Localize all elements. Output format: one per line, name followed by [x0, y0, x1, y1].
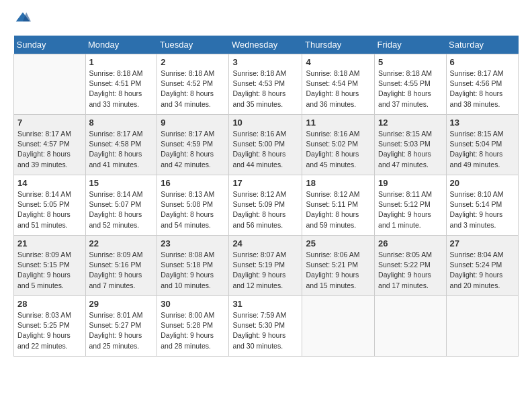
day-number: 1 — [89, 57, 154, 67]
day-info: Sunrise: 8:01 AMSunset: 5:27 PMDaylight:… — [89, 310, 154, 351]
day-number: 29 — [89, 299, 154, 309]
calendar-cell: 7Sunrise: 8:17 AMSunset: 4:57 PMDaylight… — [14, 115, 86, 175]
day-number: 6 — [450, 57, 515, 67]
calendar-cell: 17Sunrise: 8:12 AMSunset: 5:09 PMDayligh… — [229, 175, 302, 236]
weekday-header-tuesday: Tuesday — [157, 36, 229, 54]
day-info: Sunrise: 8:09 AMSunset: 5:15 PMDaylight:… — [17, 250, 82, 291]
day-info: Sunrise: 8:18 AMSunset: 4:51 PMDaylight:… — [89, 68, 154, 109]
day-info: Sunrise: 8:17 AMSunset: 4:56 PMDaylight:… — [450, 68, 515, 109]
day-number: 24 — [232, 238, 298, 248]
calendar-week-row: 7Sunrise: 8:17 AMSunset: 4:57 PMDaylight… — [14, 115, 519, 175]
calendar-week-row: 14Sunrise: 8:14 AMSunset: 5:05 PMDayligh… — [14, 175, 519, 236]
calendar-cell: 6Sunrise: 8:17 AMSunset: 4:56 PMDaylight… — [446, 54, 518, 115]
day-number: 18 — [306, 178, 371, 188]
day-info: Sunrise: 8:13 AMSunset: 5:08 PMDaylight:… — [161, 189, 225, 230]
day-info: Sunrise: 8:15 AMSunset: 5:03 PMDaylight:… — [378, 129, 443, 170]
day-info: Sunrise: 8:04 AMSunset: 5:24 PMDaylight:… — [450, 250, 515, 291]
day-number: 10 — [232, 118, 298, 128]
weekday-header-sunday: Sunday — [14, 36, 86, 54]
day-number: 22 — [89, 238, 154, 248]
day-info: Sunrise: 8:11 AMSunset: 5:12 PMDaylight:… — [378, 189, 443, 230]
calendar-week-row: 1Sunrise: 8:18 AMSunset: 4:51 PMDaylight… — [14, 54, 519, 115]
calendar-cell: 31Sunrise: 7:59 AMSunset: 5:30 PMDayligh… — [229, 296, 302, 357]
calendar-cell: 16Sunrise: 8:13 AMSunset: 5:08 PMDayligh… — [157, 175, 229, 236]
calendar-cell: 4Sunrise: 8:18 AMSunset: 4:54 PMDaylight… — [302, 54, 375, 115]
calendar-cell: 11Sunrise: 8:16 AMSunset: 5:02 PMDayligh… — [302, 115, 375, 175]
day-info: Sunrise: 8:06 AMSunset: 5:21 PMDaylight:… — [306, 250, 371, 291]
calendar-cell — [446, 296, 518, 357]
calendar-week-row: 28Sunrise: 8:03 AMSunset: 5:25 PMDayligh… — [14, 296, 519, 357]
day-info: Sunrise: 8:17 AMSunset: 4:57 PMDaylight:… — [17, 129, 82, 170]
day-number: 26 — [378, 238, 443, 248]
day-info: Sunrise: 8:14 AMSunset: 5:07 PMDaylight:… — [89, 189, 154, 230]
calendar-cell: 28Sunrise: 8:03 AMSunset: 5:25 PMDayligh… — [14, 296, 86, 357]
day-info: Sunrise: 8:00 AMSunset: 5:28 PMDaylight:… — [161, 310, 225, 351]
day-number: 15 — [89, 178, 154, 188]
calendar-cell: 3Sunrise: 8:18 AMSunset: 4:53 PMDaylight… — [229, 54, 302, 115]
weekday-header-monday: Monday — [85, 36, 157, 54]
calendar-cell: 13Sunrise: 8:15 AMSunset: 5:04 PMDayligh… — [446, 115, 518, 175]
day-info: Sunrise: 8:12 AMSunset: 5:11 PMDaylight:… — [306, 189, 371, 230]
weekday-header-friday: Friday — [375, 36, 447, 54]
calendar-cell: 30Sunrise: 8:00 AMSunset: 5:28 PMDayligh… — [157, 296, 229, 357]
calendar-cell: 14Sunrise: 8:14 AMSunset: 5:05 PMDayligh… — [14, 175, 86, 236]
day-number: 28 — [17, 299, 82, 309]
day-info: Sunrise: 8:18 AMSunset: 4:52 PMDaylight:… — [161, 68, 225, 109]
day-info: Sunrise: 8:07 AMSunset: 5:19 PMDaylight:… — [232, 250, 298, 291]
day-number: 3 — [232, 57, 298, 67]
day-info: Sunrise: 8:16 AMSunset: 5:02 PMDaylight:… — [306, 129, 371, 170]
day-number: 2 — [161, 57, 225, 67]
day-info: Sunrise: 8:17 AMSunset: 4:58 PMDaylight:… — [89, 129, 154, 170]
day-number: 13 — [450, 118, 515, 128]
day-info: Sunrise: 8:03 AMSunset: 5:25 PMDaylight:… — [17, 310, 82, 351]
calendar-cell: 8Sunrise: 8:17 AMSunset: 4:58 PMDaylight… — [85, 115, 157, 175]
calendar-cell: 24Sunrise: 8:07 AMSunset: 5:19 PMDayligh… — [229, 236, 302, 296]
day-number: 7 — [17, 118, 82, 128]
day-number: 17 — [232, 178, 298, 188]
day-number: 5 — [378, 57, 443, 67]
calendar-cell: 26Sunrise: 8:05 AMSunset: 5:22 PMDayligh… — [375, 236, 447, 296]
calendar-cell: 10Sunrise: 8:16 AMSunset: 5:00 PMDayligh… — [229, 115, 302, 175]
logo-text — [13, 11, 31, 28]
weekday-header-wednesday: Wednesday — [229, 36, 302, 54]
calendar-cell — [14, 54, 86, 115]
calendar-cell — [375, 296, 447, 357]
day-info: Sunrise: 8:05 AMSunset: 5:22 PMDaylight:… — [378, 250, 443, 291]
day-info: Sunrise: 8:17 AMSunset: 4:59 PMDaylight:… — [161, 129, 225, 170]
day-number: 30 — [161, 299, 225, 309]
calendar-cell: 22Sunrise: 8:09 AMSunset: 5:16 PMDayligh… — [85, 236, 157, 296]
day-info: Sunrise: 8:16 AMSunset: 5:00 PMDaylight:… — [232, 129, 298, 170]
calendar-header-row: SundayMondayTuesdayWednesdayThursdayFrid… — [14, 36, 519, 54]
logo-icon — [15, 11, 31, 24]
day-number: 12 — [378, 118, 443, 128]
weekday-header-saturday: Saturday — [446, 36, 518, 54]
day-number: 31 — [232, 299, 298, 309]
day-info: Sunrise: 8:12 AMSunset: 5:09 PMDaylight:… — [232, 189, 298, 230]
weekday-header-thursday: Thursday — [302, 36, 375, 54]
day-number: 20 — [450, 178, 515, 188]
day-info: Sunrise: 8:09 AMSunset: 5:16 PMDaylight:… — [89, 250, 154, 291]
day-number: 16 — [161, 178, 225, 188]
calendar-cell: 21Sunrise: 8:09 AMSunset: 5:15 PMDayligh… — [14, 236, 86, 296]
calendar-cell — [302, 296, 375, 357]
day-info: Sunrise: 8:18 AMSunset: 4:54 PMDaylight:… — [306, 68, 371, 109]
logo — [13, 11, 31, 28]
calendar-cell: 1Sunrise: 8:18 AMSunset: 4:51 PMDaylight… — [85, 54, 157, 115]
day-number: 4 — [306, 57, 371, 67]
day-number: 25 — [306, 238, 371, 248]
day-info: Sunrise: 7:59 AMSunset: 5:30 PMDaylight:… — [232, 310, 298, 351]
day-number: 27 — [450, 238, 515, 248]
day-number: 14 — [17, 178, 82, 188]
calendar-cell: 20Sunrise: 8:10 AMSunset: 5:14 PMDayligh… — [446, 175, 518, 236]
calendar-cell: 19Sunrise: 8:11 AMSunset: 5:12 PMDayligh… — [375, 175, 447, 236]
day-info: Sunrise: 8:15 AMSunset: 5:04 PMDaylight:… — [450, 129, 515, 170]
day-number: 19 — [378, 178, 443, 188]
calendar-cell: 23Sunrise: 8:08 AMSunset: 5:18 PMDayligh… — [157, 236, 229, 296]
header — [13, 11, 519, 28]
calendar-cell: 2Sunrise: 8:18 AMSunset: 4:52 PMDaylight… — [157, 54, 229, 115]
day-info: Sunrise: 8:14 AMSunset: 5:05 PMDaylight:… — [17, 189, 82, 230]
day-number: 9 — [161, 118, 225, 128]
day-info: Sunrise: 8:10 AMSunset: 5:14 PMDaylight:… — [450, 189, 515, 230]
day-number: 11 — [306, 118, 371, 128]
calendar-cell: 18Sunrise: 8:12 AMSunset: 5:11 PMDayligh… — [302, 175, 375, 236]
